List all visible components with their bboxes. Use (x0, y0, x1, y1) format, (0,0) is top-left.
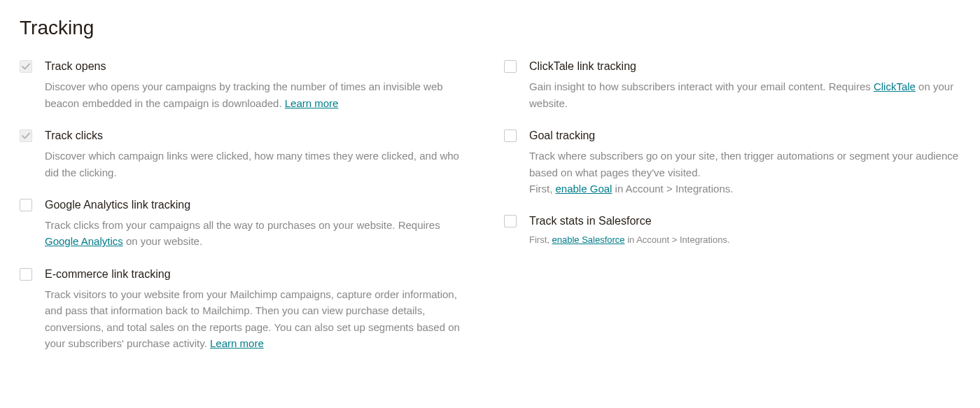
option-title: Track opens (45, 59, 476, 74)
tracking-options: Track opens Discover who opens your camp… (20, 59, 960, 368)
option-ecommerce: E-commerce link tracking Track visitors … (20, 267, 476, 351)
learn-more-link[interactable]: Learn more (285, 97, 339, 109)
option-description: Gain insight to how subscribers interact… (529, 78, 960, 111)
option-title: Goal tracking (529, 128, 960, 143)
learn-more-link[interactable]: Learn more (210, 337, 264, 349)
option-description: Track visitors to your website from your… (45, 286, 476, 351)
clicktale-link[interactable]: ClickTale (874, 80, 916, 92)
google-analytics-link[interactable]: Google Analytics (45, 235, 123, 247)
checkbox-track-opens (20, 60, 32, 73)
enable-goal-link[interactable]: enable Goal (556, 183, 612, 195)
check-icon (22, 132, 30, 140)
option-clicktale: ClickTale link tracking Gain insight to … (504, 59, 960, 111)
option-description: Track where subscribers go on your site,… (529, 148, 960, 197)
checkbox-google-analytics[interactable] (20, 199, 32, 211)
enable-salesforce-link[interactable]: enable Salesforce (552, 234, 625, 245)
option-track-clicks: Track clicks Discover which campaign lin… (20, 128, 476, 181)
checkbox-salesforce[interactable] (504, 215, 517, 227)
option-description: Discover who opens your campaigns by tra… (45, 78, 476, 111)
checkbox-clicktale[interactable] (504, 60, 517, 73)
option-title: Track stats in Salesforce (529, 213, 960, 229)
option-salesforce: Track stats in Salesforce First, enable … (504, 213, 960, 248)
option-title: Track clicks (45, 128, 476, 143)
check-icon (22, 62, 30, 71)
option-description: Track clicks from your campaigns all the… (45, 217, 476, 250)
left-column: Track opens Discover who opens your camp… (20, 59, 476, 368)
option-description: First, enable Salesforce in Account > In… (529, 233, 960, 247)
page-title: Tracking (20, 17, 960, 39)
right-column: ClickTale link tracking Gain insight to … (504, 59, 960, 368)
option-title: E-commerce link tracking (45, 267, 476, 282)
option-title: ClickTale link tracking (529, 59, 960, 74)
option-track-opens: Track opens Discover who opens your camp… (20, 59, 476, 111)
checkbox-goal-tracking[interactable] (504, 129, 517, 142)
option-google-analytics: Google Analytics link tracking Track cli… (20, 197, 476, 250)
option-goal-tracking: Goal tracking Track where subscribers go… (504, 128, 960, 197)
option-title: Google Analytics link tracking (45, 197, 476, 213)
checkbox-track-clicks (20, 129, 32, 142)
option-description: Discover which campaign links were click… (45, 148, 476, 181)
checkbox-ecommerce[interactable] (20, 268, 32, 281)
